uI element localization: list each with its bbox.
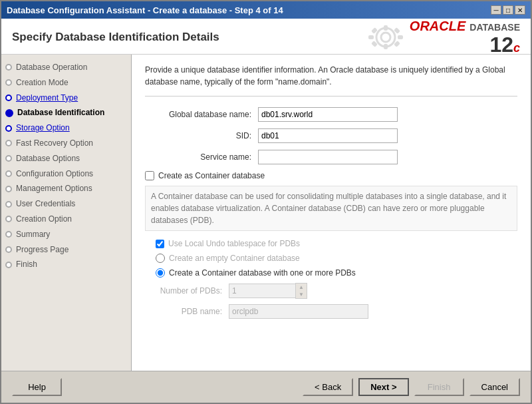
sidebar-item-fast-recovery-option[interactable]: Fast Recovery Option	[1, 136, 131, 151]
next-button[interactable]: Next >	[358, 378, 408, 396]
svg-point-0	[376, 28, 395, 47]
main-window: Database Configuration Assistant - Creat…	[0, 0, 532, 404]
sidebar-item-database-identification[interactable]: Database Identification	[1, 105, 131, 120]
sid-label: SID:	[145, 131, 258, 140]
sid-row: SID:	[145, 128, 517, 143]
finish-button[interactable]: Finish	[414, 378, 464, 396]
svg-rect-3	[384, 44, 388, 49]
pdb-name-label: PDB name:	[156, 307, 229, 316]
global-db-name-input[interactable]	[258, 107, 398, 122]
sidebar-dot-storage-option	[5, 125, 12, 132]
title-bar: Database Configuration Assistant - Creat…	[1, 1, 531, 19]
spinner-down-button[interactable]: ▼	[296, 291, 307, 298]
service-name-input[interactable]	[258, 150, 398, 164]
window-title: Database Configuration Assistant - Creat…	[7, 5, 283, 15]
sidebar-item-user-credentials[interactable]: User Credentials	[1, 196, 131, 212]
svg-point-1	[381, 33, 390, 42]
oracle-sub-text: DATABASE	[469, 22, 520, 33]
create-pdbs-radio[interactable]	[156, 268, 165, 278]
sidebar-item-finish[interactable]: Finish	[1, 257, 131, 272]
sidebar-dot-creation-option	[5, 216, 12, 222]
sidebar-item-configuration-options[interactable]: Configuration Options	[1, 166, 131, 182]
spinner-up-button[interactable]: ▲	[296, 284, 307, 291]
create-empty-radio[interactable]	[156, 254, 165, 263]
container-checkbox-label[interactable]: Create as Container database	[158, 171, 265, 180]
create-empty-label[interactable]: Create an empty Container database	[169, 254, 300, 263]
page-title: Specify Database Identification Details	[12, 31, 219, 44]
radio-section: Use Local Undo tablespace for PDBs Creat…	[145, 239, 517, 278]
close-button[interactable]: ✕	[515, 5, 525, 15]
sidebar-dot-configuration-options	[5, 170, 12, 177]
svg-rect-4	[368, 35, 374, 39]
create-pdbs-label[interactable]: Create a Container database with one or …	[169, 268, 356, 278]
container-section: Create as Container database A Container…	[145, 171, 517, 319]
service-name-row: Service name:	[145, 150, 517, 164]
sidebar-dot-progress-page	[5, 246, 12, 253]
local-undo-checkbox[interactable]	[156, 240, 164, 248]
svg-rect-2	[384, 25, 388, 31]
global-db-name-row: Global database name:	[145, 107, 517, 122]
pdb-name-row: PDB name:	[145, 304, 517, 319]
oracle-logo: ORACLE DATABASE 12 c	[366, 19, 520, 55]
global-db-name-label: Global database name:	[145, 110, 258, 119]
cancel-button[interactable]: Cancel	[469, 378, 520, 396]
pdb-name-input[interactable]	[229, 304, 368, 319]
sid-label-text: SID:	[236, 131, 251, 140]
oracle-brand-text: ORACLE	[410, 19, 466, 34]
back-button[interactable]: < Back	[303, 378, 353, 396]
header-area: Specify Database Identification Details …	[1, 19, 531, 55]
help-button[interactable]: Help	[12, 378, 62, 396]
oracle-version-number: 12	[489, 34, 513, 55]
sidebar-dot-summary	[5, 231, 12, 238]
oracle-version-c: c	[513, 42, 520, 54]
sidebar-dot-finish	[5, 262, 12, 268]
sidebar-item-management-options[interactable]: Management Options	[1, 181, 131, 196]
num-pdbs-row: Number of PDBs: ▲ ▼	[145, 283, 517, 299]
create-empty-row: Create an empty Container database	[156, 254, 517, 263]
sidebar-dot-management-options	[5, 186, 12, 192]
gear-decoration-icon	[366, 23, 406, 52]
sidebar-item-storage-option[interactable]: Storage Option	[1, 120, 131, 136]
title-bar-buttons: ─ □ ✕	[491, 5, 525, 15]
sidebar-item-creation-option[interactable]: Creation Option	[1, 212, 131, 227]
page-description: Provide a unique database identifier inf…	[145, 64, 517, 97]
sidebar-dot-database-options	[5, 155, 12, 162]
sidebar-dot-user-credentials	[5, 201, 12, 208]
container-description: A Container database can be used for con…	[145, 186, 517, 231]
svg-rect-5	[398, 35, 403, 39]
sidebar-item-database-operation[interactable]: Database Operation	[1, 60, 131, 75]
sidebar-dot-fast-recovery-option	[5, 140, 12, 146]
spinner-buttons: ▲ ▼	[295, 283, 307, 299]
content-area: Provide a unique database identifier inf…	[132, 55, 531, 371]
sidebar-item-creation-mode[interactable]: Creation Mode	[1, 75, 131, 91]
sid-input[interactable]	[258, 128, 398, 143]
sidebar: Database Operation Creation Mode Deploym…	[1, 55, 132, 371]
local-undo-label[interactable]: Use Local Undo tablespace for PDBs	[168, 239, 300, 248]
create-with-pdbs-row: Create a Container database with one or …	[156, 268, 517, 278]
sidebar-item-summary[interactable]: Summary	[1, 227, 131, 242]
sidebar-dot-deployment-type	[5, 95, 12, 101]
restore-button[interactable]: □	[503, 5, 513, 15]
sidebar-dot-database-operation	[5, 64, 12, 71]
use-local-undo-row: Use Local Undo tablespace for PDBs	[156, 239, 517, 248]
container-checkbox-row: Create as Container database	[145, 171, 517, 180]
footer-right: < Back Next > Finish Cancel	[303, 378, 520, 396]
sidebar-item-progress-page[interactable]: Progress Page	[1, 242, 131, 258]
num-pdbs-input[interactable]	[229, 284, 295, 298]
sidebar-dot-database-identification	[5, 109, 13, 117]
sidebar-dot-creation-mode	[5, 79, 12, 86]
footer-left: Help	[12, 378, 62, 396]
minimize-button[interactable]: ─	[491, 5, 501, 15]
container-checkbox[interactable]	[145, 171, 154, 180]
footer: Help < Back Next > Finish Cancel	[1, 371, 531, 403]
sidebar-item-database-options[interactable]: Database Options	[1, 151, 131, 166]
num-pdbs-label: Number of PDBs:	[156, 286, 229, 296]
num-pdbs-spinner: ▲ ▼	[229, 283, 307, 299]
main-content: Database Operation Creation Mode Deploym…	[1, 55, 531, 371]
sidebar-item-deployment-type[interactable]: Deployment Type	[1, 91, 131, 106]
service-name-label: Service name:	[145, 152, 258, 162]
